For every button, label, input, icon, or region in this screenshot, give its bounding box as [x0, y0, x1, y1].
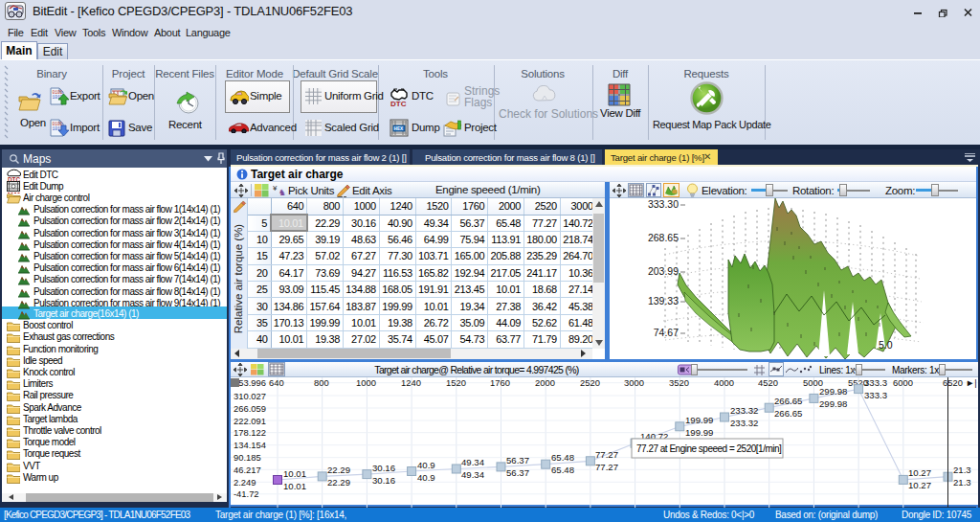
svg-text:65.48: 65.48: [551, 465, 574, 475]
svg-text:2520: 2520: [580, 377, 600, 388]
svg-text:♞: ♞: [278, 188, 286, 197]
svg-text:3520: 3520: [669, 377, 689, 388]
svg-text:2000: 2000: [535, 377, 555, 388]
svg-text:178.122: 178.122: [234, 427, 266, 438]
svg-text:4000: 4000: [714, 377, 734, 388]
svg-text:10.27: 10.27: [908, 467, 931, 478]
svg-text:310.027: 310.027: [234, 391, 266, 401]
svg-text:134.154: 134.154: [234, 440, 266, 450]
svg-text:333.30: 333.30: [648, 198, 679, 210]
svg-text:22.29: 22.29: [327, 465, 350, 475]
svg-text:1520: 1520: [446, 377, 466, 388]
svg-text:21.3: 21.3: [953, 477, 971, 488]
svg-text:6520: 6520: [943, 377, 963, 388]
svg-text:77.27 at Engine speeed = 2520[: 77.27 at Engine speeed = 2520[1/min]: [636, 443, 782, 454]
svg-text:►|: ►|: [966, 377, 977, 388]
svg-text:266.65: 266.65: [774, 396, 802, 406]
svg-text:DTC: DTC: [390, 100, 407, 107]
svg-text:2.249: 2.249: [234, 477, 256, 488]
svg-text:77.27: 77.27: [595, 462, 618, 472]
svg-text:40.9: 40.9: [417, 472, 435, 483]
svg-text:333.3: 333.3: [864, 390, 887, 400]
svg-text:199.99: 199.99: [685, 427, 713, 438]
svg-text:222.091: 222.091: [234, 416, 266, 426]
svg-text:74.67: 74.67: [654, 327, 679, 338]
svg-text:6000: 6000: [893, 377, 913, 388]
svg-text:800: 800: [314, 377, 329, 388]
svg-text:56.37: 56.37: [506, 455, 529, 465]
svg-text:77.27: 77.27: [595, 449, 618, 460]
svg-text:233.32: 233.32: [730, 418, 758, 428]
svg-text:30.16: 30.16: [372, 463, 395, 473]
svg-text:266.059: 266.059: [234, 403, 266, 414]
svg-text:22.29: 22.29: [327, 477, 350, 488]
svg-text:65.48: 65.48: [551, 452, 574, 463]
svg-text:10.27: 10.27: [908, 480, 931, 490]
svg-text:1240: 1240: [401, 377, 421, 388]
svg-text:46.217: 46.217: [234, 465, 261, 475]
svg-text:21.3: 21.3: [953, 465, 971, 475]
svg-text:10.01: 10.01: [283, 468, 306, 479]
svg-text:40.9: 40.9: [417, 460, 435, 470]
svg-text:3000: 3000: [624, 377, 644, 388]
svg-text:30.16: 30.16: [372, 475, 395, 486]
svg-text:1000: 1000: [356, 377, 376, 388]
svg-text:HEX: HEX: [394, 126, 404, 131]
svg-text:266.65: 266.65: [774, 408, 802, 419]
svg-text:640: 640: [269, 377, 284, 388]
svg-text:233.32: 233.32: [730, 405, 758, 416]
svg-text:-41.72: -41.72: [234, 488, 259, 499]
svg-text:299.98: 299.98: [819, 386, 847, 397]
svg-text:5.0: 5.0: [879, 339, 893, 351]
svg-text:1760: 1760: [490, 377, 510, 388]
svg-text:333.3: 333.3: [864, 377, 887, 388]
svg-text:268.65: 268.65: [648, 232, 679, 243]
svg-text:56.37: 56.37: [506, 467, 529, 478]
svg-text:299.98: 299.98: [819, 398, 847, 409]
svg-text:199.99: 199.99: [685, 415, 713, 425]
svg-text:49.34: 49.34: [461, 457, 485, 467]
svg-text:10.01: 10.01: [283, 481, 306, 491]
svg-text:¥: ¥: [273, 184, 278, 193]
svg-text:203.99: 203.99: [648, 265, 679, 277]
svg-text:4520: 4520: [758, 377, 778, 388]
svg-text:49.34: 49.34: [461, 469, 485, 480]
svg-text:139.33: 139.33: [648, 295, 679, 306]
svg-text:90.185: 90.185: [234, 452, 261, 463]
